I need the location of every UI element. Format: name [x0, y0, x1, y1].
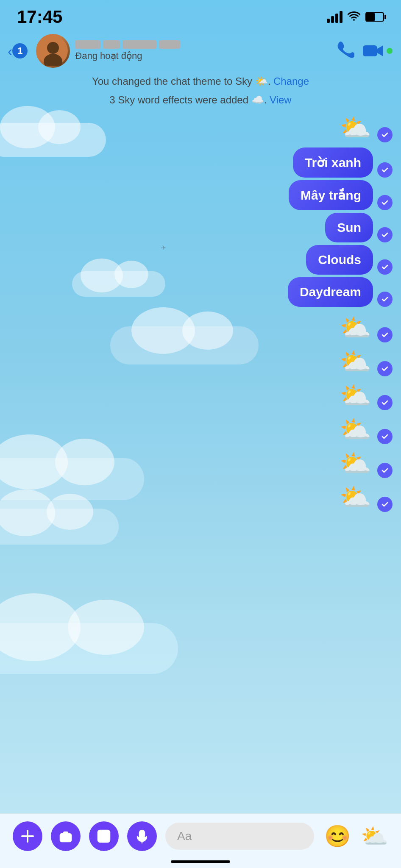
- message-row: ⛅: [8, 381, 393, 410]
- bottom-toolbar: Aa 😊 ⛅: [0, 813, 401, 868]
- read-receipt-icon: [377, 292, 393, 307]
- read-receipt-icon: [377, 259, 393, 275]
- battery-fill: [366, 13, 375, 21]
- contact-name-dots: [75, 40, 331, 49]
- theme-change-text: You changed the chat theme to Sky 🌤️.: [92, 75, 273, 87]
- read-receipt-icon: [377, 497, 393, 512]
- message-row: ⛅: [8, 449, 393, 478]
- change-theme-link[interactable]: Change: [273, 75, 309, 87]
- message-bubble-clouds[interactable]: Clouds: [306, 245, 373, 275]
- emoji-button[interactable]: 😊: [323, 821, 352, 851]
- microphone-button[interactable]: [127, 821, 157, 851]
- message-row: ⛅: [8, 483, 393, 512]
- message-content: ⛅: [338, 314, 393, 342]
- read-receipt-icon: [377, 162, 393, 178]
- read-receipt-icon: [377, 395, 393, 410]
- message-bubble[interactable]: Daydream: [288, 277, 373, 307]
- call-button[interactable]: [336, 40, 354, 62]
- signal-bar-3: [335, 14, 338, 23]
- battery-icon: [365, 12, 384, 22]
- home-indicator: [171, 860, 230, 863]
- message-row: ⛅: [8, 415, 393, 444]
- read-receipt-icon: [377, 127, 393, 142]
- message-content: Mây trắng: [289, 180, 393, 210]
- message-row: ⛅: [8, 348, 393, 376]
- chat-header: ‹ 1 Đang hoạt động: [0, 30, 401, 72]
- svg-rect-7: [60, 834, 71, 842]
- messages-area: ⛅ Trời xanh Mây trắng Sun: [0, 109, 401, 581]
- message-row: ⛅: [8, 314, 393, 342]
- active-status: Đang hoạt động: [75, 50, 331, 61]
- emoji-icon: 😊: [324, 824, 351, 849]
- message-row: Trời xanh: [8, 147, 393, 178]
- message-bubble[interactable]: ⛅: [338, 415, 373, 444]
- read-receipt-icon: [377, 429, 393, 444]
- message-bubble[interactable]: ⛅: [338, 114, 373, 142]
- view-effects-link[interactable]: View: [270, 94, 292, 106]
- unread-count-badge: 1: [12, 43, 28, 58]
- message-content: ⛅: [338, 449, 393, 478]
- read-receipt-icon: [377, 227, 393, 242]
- signal-bar-1: [327, 19, 330, 23]
- message-bubble[interactable]: Sun: [325, 213, 373, 242]
- message-bubble[interactable]: Mây trắng: [289, 180, 373, 210]
- read-receipt-icon: [377, 361, 393, 376]
- cloud-decoration-6: [0, 623, 178, 674]
- video-call-button[interactable]: [363, 43, 393, 59]
- message-content: Clouds: [306, 245, 393, 275]
- svg-rect-3: [363, 45, 377, 56]
- message-content: ⛅: [338, 114, 393, 142]
- message-bubble[interactable]: ⛅: [338, 314, 373, 342]
- message-row: Sun: [8, 213, 393, 242]
- avatar[interactable]: [36, 34, 70, 68]
- message-content: ⛅: [338, 381, 393, 410]
- status-icons: [327, 11, 384, 24]
- message-bubble[interactable]: ⛅: [338, 483, 373, 512]
- svg-point-1: [47, 42, 59, 54]
- sun-cloud-preview: ⛅: [361, 825, 388, 847]
- message-content: Sun: [325, 213, 393, 242]
- status-bar: 17:45: [0, 0, 401, 30]
- message-input-field[interactable]: Aa: [165, 823, 314, 850]
- message-row: Clouds: [8, 245, 393, 275]
- message-bubble[interactable]: Trời xanh: [293, 147, 373, 178]
- signal-bars-icon: [327, 11, 343, 23]
- message-content: Daydream: [288, 277, 393, 307]
- message-content: ⛅: [338, 483, 393, 512]
- signal-bar-4: [340, 11, 343, 23]
- message-bubble[interactable]: ⛅: [338, 449, 373, 478]
- bottom-spacer: [8, 517, 393, 576]
- message-row: Daydream: [8, 277, 393, 307]
- read-receipt-icon: [377, 327, 393, 342]
- back-button[interactable]: ‹ 1: [4, 41, 31, 61]
- back-chevron-icon: ‹: [8, 43, 12, 59]
- signal-bar-2: [331, 16, 334, 23]
- word-effect-text: 3 Sky word effects were added ☁️.: [109, 94, 270, 106]
- gallery-button[interactable]: [89, 821, 119, 851]
- wifi-icon: [348, 11, 360, 24]
- header-actions: [336, 40, 393, 62]
- message-row: Mây trắng: [8, 180, 393, 210]
- message-content: ⛅: [338, 415, 393, 444]
- read-receipt-icon: [377, 463, 393, 478]
- word-effect-notification: 3 Sky word effects were added ☁️. View: [0, 91, 401, 109]
- message-row: ⛅: [8, 114, 393, 142]
- read-receipt-icon: [377, 195, 393, 210]
- theme-change-notification: You changed the chat theme to Sky 🌤️. Ch…: [0, 72, 401, 91]
- add-button[interactable]: [13, 821, 42, 851]
- status-time: 17:45: [17, 7, 62, 27]
- message-bubble[interactable]: ⛅: [338, 348, 373, 376]
- message-content: ⛅: [338, 348, 393, 376]
- contact-info: Đang hoạt động: [75, 40, 331, 61]
- message-input-placeholder: Aa: [177, 829, 192, 843]
- message-bubble[interactable]: ⛅: [338, 381, 373, 410]
- online-indicator: [387, 48, 393, 54]
- camera-button[interactable]: [51, 821, 81, 851]
- message-content: Trời xanh: [293, 147, 393, 178]
